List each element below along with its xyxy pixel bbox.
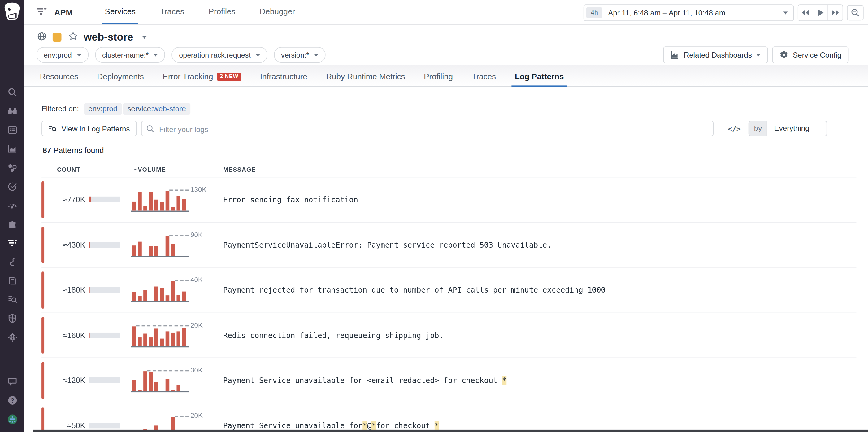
tab-ruby-runtime-metrics[interactable]: Ruby Runtime Metrics xyxy=(323,67,409,86)
count-proportion-fill xyxy=(89,423,89,428)
tab-resources[interactable]: Resources xyxy=(36,67,82,86)
pattern-message: Payment Service unavailable for <email r… xyxy=(216,376,856,385)
pattern-count: ≈160K xyxy=(63,331,85,340)
time-rewind-button[interactable] xyxy=(798,5,813,21)
service-menu-caret-icon[interactable] xyxy=(142,36,147,38)
zoom-out-button[interactable] xyxy=(847,5,864,21)
search-input[interactable] xyxy=(158,122,710,136)
peak-volume-label: 30K xyxy=(190,366,203,374)
count-proportion-fill xyxy=(89,333,90,338)
sparkline-bar xyxy=(182,292,186,301)
ci-pipelines-icon[interactable] xyxy=(6,255,19,268)
logs-icon[interactable] xyxy=(6,292,19,306)
product-name: APM xyxy=(54,7,73,17)
sparkline-bar xyxy=(132,292,136,301)
network-icon[interactable] xyxy=(6,330,19,344)
new-count-badge: 2 NEW xyxy=(217,72,241,81)
watchdog-icon[interactable] xyxy=(6,104,19,117)
scope-filter-cluster-name[interactable]: cluster-name:* xyxy=(95,47,165,63)
datadog-logo-icon[interactable] xyxy=(2,2,22,23)
sparkline-bar xyxy=(154,328,158,346)
topnav-item-debugger[interactable]: Debugger xyxy=(248,0,307,25)
pattern-row[interactable]: ≈160K20KRedis connection failed, requeue… xyxy=(41,313,856,358)
scope-filter-operation-rack-request[interactable]: operation:rack.request xyxy=(172,47,267,63)
topnav-item-traces[interactable]: Traces xyxy=(148,0,196,25)
tab-deployments[interactable]: Deployments xyxy=(94,67,147,86)
message-text: Payment Service unavailable for <email r… xyxy=(223,376,502,385)
time-range-badge: 4h xyxy=(586,7,603,18)
tab-error-tracking[interactable]: Error Tracking2 NEW xyxy=(159,67,245,86)
peak-annotation-line: 40K xyxy=(175,280,189,281)
filtered-on-row: Filtered on: env:prodservice:web-store xyxy=(41,105,191,113)
favorite-star-icon[interactable] xyxy=(68,31,78,43)
security-icon[interactable] xyxy=(6,312,19,325)
filter-chip-env-prod[interactable]: env:prod xyxy=(84,103,122,115)
sparkline-bar xyxy=(165,331,169,346)
service-config-button[interactable]: Service Config xyxy=(772,47,848,63)
tab-profiling[interactable]: Profiling xyxy=(421,67,456,86)
time-range-selector[interactable]: 4h Apr 11, 6:48 am – Apr 11, 10:48 am xyxy=(584,4,794,21)
column-header-volume[interactable]: ~VOLUME xyxy=(129,166,217,173)
help-icon[interactable]: ? xyxy=(6,394,19,407)
time-play-button[interactable] xyxy=(813,5,828,21)
chevron-down-icon xyxy=(256,54,260,56)
synthetics-icon[interactable] xyxy=(6,198,19,212)
count-cell: ≈770K xyxy=(41,195,129,204)
metrics-icon[interactable] xyxy=(6,142,19,155)
apm-icon[interactable] xyxy=(6,236,19,250)
sparkline-bar xyxy=(165,379,169,392)
code-view-toggle[interactable]: </> xyxy=(728,124,741,133)
user-avatar-icon[interactable] xyxy=(6,412,19,426)
search-icon[interactable] xyxy=(6,85,19,98)
tab-label: Infrastructure xyxy=(260,67,307,86)
dashboards-icon[interactable] xyxy=(6,123,19,136)
chat-icon[interactable] xyxy=(6,375,19,388)
filter-chip-service-web-store[interactable]: service:web-store xyxy=(123,103,190,115)
pattern-row[interactable]: ≈180K40KPayment rejected for transaction… xyxy=(41,268,856,313)
pattern-message: Payment Service unavailable for*@*for ch… xyxy=(216,421,856,430)
group-by-select[interactable]: by Everything xyxy=(748,121,827,136)
tab-infrastructure[interactable]: Infrastructure xyxy=(257,67,310,86)
sparkline-bar xyxy=(154,246,158,256)
logs-toolbar: View in Log Patterns </> by Everything xyxy=(41,121,830,136)
column-header-count[interactable]: COUNT xyxy=(41,166,129,173)
integrations-icon[interactable] xyxy=(6,217,19,231)
group-by-label: by xyxy=(748,121,767,136)
topnav-item-profiles[interactable]: Profiles xyxy=(196,0,247,25)
scope-filter-version[interactable]: version:* xyxy=(274,47,326,63)
peak-annotation-line: 20K xyxy=(175,415,189,417)
sparkline-bar xyxy=(154,200,158,211)
time-forward-button[interactable] xyxy=(828,5,842,21)
view-in-log-patterns-button[interactable]: View in Log Patterns xyxy=(41,121,136,136)
globe-icon xyxy=(36,31,47,44)
scope-filter-label: env:prod xyxy=(44,51,71,59)
count-proportion-bar xyxy=(89,242,120,248)
pattern-row[interactable]: ≈50K20KPayment Service unavailable for*@… xyxy=(41,403,856,432)
tab-log-patterns[interactable]: Log Patterns xyxy=(512,67,567,86)
pattern-row[interactable]: ≈430K90KPaymentServiceUnavailableError: … xyxy=(41,223,856,268)
sparkline-bar xyxy=(171,243,175,256)
severity-bar xyxy=(41,227,44,263)
notebooks-icon[interactable] xyxy=(6,273,19,287)
volume-sparkline: 90K xyxy=(131,233,189,257)
horizontal-scrollbar[interactable] xyxy=(33,430,868,432)
pattern-message: PaymentServiceUnavailableError: Payment … xyxy=(216,240,856,250)
tab-traces[interactable]: Traces xyxy=(468,67,499,86)
infrastructure-icon[interactable] xyxy=(6,161,19,174)
topnav-item-services[interactable]: Services xyxy=(93,0,148,25)
pattern-row[interactable]: ≈120K30KPayment Service unavailable for … xyxy=(41,358,856,403)
count-proportion-bar xyxy=(89,377,120,383)
related-dashboards-label: Related Dashboards xyxy=(684,51,752,59)
pattern-row[interactable]: ≈770K130KError sending fax notification xyxy=(41,177,856,223)
sparkline-bar xyxy=(143,334,147,346)
tab-label: Log Patterns xyxy=(515,67,564,86)
wildcard-highlight: * xyxy=(502,376,507,385)
count-cell: ≈120K xyxy=(41,376,129,385)
monitors-icon[interactable] xyxy=(6,179,19,193)
filter-chip-value: web-store xyxy=(153,105,186,113)
patterns-count-label: Patterns found xyxy=(54,146,104,155)
related-dashboards-button[interactable]: Related Dashboards xyxy=(663,47,768,63)
scope-filter-env-prod[interactable]: env:prod xyxy=(36,47,88,63)
sparkline-bar xyxy=(143,206,147,211)
sparkline-bar xyxy=(154,382,158,392)
